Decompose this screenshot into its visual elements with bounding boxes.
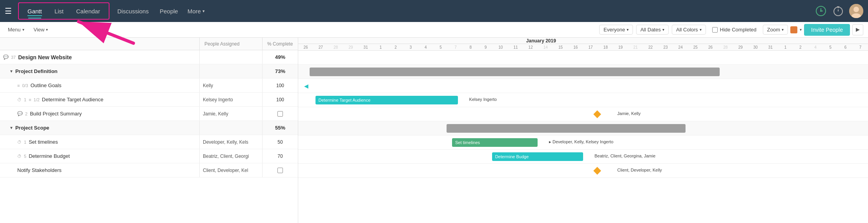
avatar[interactable] [849,4,863,18]
triangle-down2-icon: ▼ [9,126,13,130]
task-people-cell: Developer, Kelly, Kels [200,135,263,149]
gantt-row: Set timelines ▸ Developer, Kelly, Kelsey… [298,135,868,150]
task-name-cell[interactable]: ≡ 0/3 Outline Goals [0,79,200,92]
expand-icon[interactable] [852,24,863,35]
hide-completed-checkbox[interactable] [712,27,718,33]
tab-calendar[interactable]: Calendar [70,6,106,16]
gantt-bar-set-timelines[interactable]: Set timelines [452,138,538,147]
gantt-label-developer-kelly: ▸ Developer, Kelly, Kelsey Ingerto [549,139,613,144]
task-complete-cell: 100 [263,79,298,92]
zoom-button[interactable]: Zoom ▾ [763,25,788,35]
complete-checkbox2[interactable] [277,168,283,173]
table-row: ▼ Project Definition 73% [0,64,298,79]
gantt-row [298,65,868,79]
task-people-cell [200,64,263,78]
comment-icon: 💬 [3,55,9,60]
table-row: ▼ Project Scope 55% [0,121,298,135]
clock-meta-icon: ⏱ [17,97,22,102]
comment-meta: 💬 37 [3,55,16,60]
task-people-cell: Kelsey Ingerto [200,93,263,106]
task-complete-cell: 50 [263,135,298,149]
complete-checkbox[interactable] [277,111,283,117]
comment-meta: 💬 2 [17,111,27,116]
task-people-cell [200,50,263,64]
gantt-bar-target-audience[interactable]: Determine Target Audience [315,96,458,104]
task-meta: ≡ 0/3 [17,83,28,88]
more-chevron-icon: ▾ [202,9,205,14]
task-name-cell[interactable]: ⏱ 5 Determine Budget [0,149,200,163]
comment2-icon: 💬 [17,111,23,116]
gantt-panel: January 2019 26 27 28 29 31 1 2 3 4 5 7 … [298,38,868,223]
task-people-cell: Client, Developer, Kel [200,163,263,177]
task-people-cell [200,121,263,135]
all-dates-filter[interactable]: All Dates ▾ [636,25,669,35]
color-swatch[interactable] [790,26,797,33]
task-name-cell[interactable]: Notify Stakeholders [0,163,200,177]
gantt-days-row: 26 27 28 29 31 1 2 3 4 5 7 8 9 10 11 12 [298,44,868,50]
task-people-cell: Jamie, Kelly [200,107,263,121]
gantt-row: Client, Developer, Kelly [298,164,868,178]
triangle-down-icon: ▼ [9,69,13,73]
task-complete-cell: 73% [263,64,298,78]
gantt-bar-project-definition[interactable] [310,68,720,76]
tab-discussions[interactable]: Discussions [111,6,155,16]
nav-tabs: Gantt List Calendar [18,2,109,20]
zoom-section: Zoom ▾ ▾ Invite People [763,24,863,36]
hide-completed-toggle[interactable]: Hide Completed [709,25,760,34]
table-row: ≡ 0/3 Outline Goals Kelly 100 [0,79,298,93]
gantt-header: January 2019 26 27 28 29 31 1 2 3 4 5 7 … [298,38,868,51]
task-name-cell[interactable]: ▼ Project Scope [0,121,200,135]
task-meta-icon: ≡ [29,97,31,102]
task-people-cell: Beatriz, Client, Georgi [200,149,263,163]
view-chevron-icon: ▾ [46,27,48,32]
task-complete-cell [263,163,298,177]
task-people-cell: Kelly [200,79,263,92]
gantt-label-client: Client, Developer, Kelly [617,168,662,172]
tab-people[interactable]: People [155,6,183,16]
menu-button[interactable]: Menu ▾ [5,25,27,34]
task-complete-cell: 49% [263,50,298,64]
everyone-filter[interactable]: Everyone ▾ [599,25,633,35]
gantt-row: Jamie, Kelly [298,107,868,121]
task-name-cell[interactable]: 💬 2 Build Project Summary [0,107,200,121]
tab-gantt[interactable]: Gantt [21,6,48,16]
clock2-icon: ⏱ [17,140,22,144]
gantt-bar-project-scope[interactable] [447,124,686,133]
gantt-row: ◀ [298,79,868,93]
svg-marker-12 [856,28,860,32]
view-button[interactable]: View ▾ [31,25,51,34]
invite-people-button[interactable]: Invite People [804,24,850,36]
task-col-complete: % Complete [263,38,298,50]
gantt-month-label: January 2019 [298,38,556,44]
gantt-diamond-notify [593,167,601,175]
toolbar: Menu ▾ View ▾ Everyone ▾ All Dates ▾ All… [0,22,868,38]
gantt-rows: ◀ Determine Target Audience Kelsey Inger… [298,51,868,223]
gantt-label-kelsey: Kelsey Ingerto [469,97,497,102]
task-col-people: People Assigned [200,38,263,50]
task-name-cell[interactable]: 💬 37 Design New Website [0,50,200,64]
all-colors-filter[interactable]: All Colors ▾ [672,25,706,35]
task-panel: People Assigned % Complete 💬 37 Design N… [0,38,298,223]
task-name-cell[interactable]: ⏱ 1 ≡ 1/2 Determine Target Audience [0,93,200,106]
gantt-back-arrow: ◀ [304,83,308,89]
task-icon: ≡ [17,83,20,88]
dates-chevron-icon: ▾ [662,27,664,32]
gantt-bar-determine-budget[interactable]: Determine Budge [492,152,583,161]
gantt-row: Determine Budge Beatriz, Client, Georgin… [298,150,868,164]
task-name-cell[interactable]: ▼ Project Definition [0,64,200,78]
timer-icon[interactable] [832,5,844,17]
swatch-chevron-icon: ▾ [800,27,802,32]
task-name-cell[interactable]: ⏱ 1 Set timelines [0,135,200,149]
gantt-row [298,51,868,65]
nav-right [815,4,863,18]
table-row: 💬 2 Build Project Summary Jamie, Kelly [0,107,298,121]
tab-list[interactable]: List [48,6,70,16]
gantt-diamond-build [593,110,601,118]
clock-icon[interactable] [815,5,827,17]
table-row: 💬 37 Design New Website 49% [0,50,298,64]
hamburger-icon[interactable]: ☰ [5,6,12,16]
tab-more[interactable]: More ▾ [183,6,210,16]
svg-point-9 [853,7,859,12]
main-content: People Assigned % Complete 💬 37 Design N… [0,38,868,223]
gantt-label-beatriz: Beatriz, Client, Georgina, Jamie [594,154,655,158]
